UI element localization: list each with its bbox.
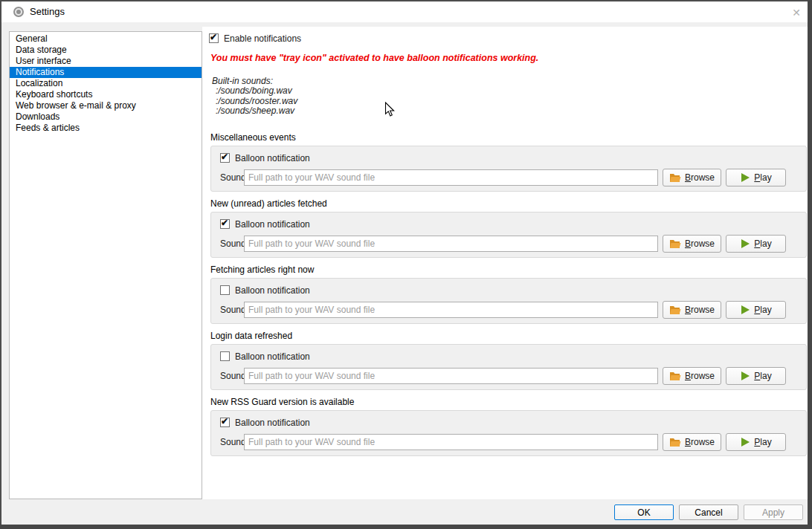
play-icon <box>740 172 750 183</box>
builtin-sounds-heading: Built-in sounds: <box>212 77 297 86</box>
window-border-left <box>0 0 1 529</box>
apply-button[interactable]: Apply <box>744 504 803 520</box>
play-button[interactable]: Play <box>726 169 786 186</box>
sound-path-input[interactable] <box>244 236 658 252</box>
sidebar-item-keyboard-shortcuts[interactable]: Keyboard shortcuts <box>10 89 202 100</box>
notification-section: Balloon notification Sound Browse Play <box>210 278 807 324</box>
sound-label: Sound <box>220 172 246 183</box>
sound-path-input[interactable] <box>244 434 658 450</box>
balloon-notification-label: Balloon notification <box>235 153 310 163</box>
builtin-sound-path: :/sounds/boing.wav <box>212 86 297 96</box>
sound-path-input[interactable] <box>244 302 658 318</box>
sound-label: Sound <box>220 437 246 447</box>
window-border-right <box>808 0 812 529</box>
sidebar-item-general[interactable]: General <box>10 33 202 45</box>
balloon-notification-checkbox[interactable] <box>220 418 230 427</box>
section-title-login-data-refreshed: Login data refreshed <box>210 331 292 341</box>
play-icon <box>740 437 750 447</box>
notification-section: Balloon notification Sound Browse Play <box>210 344 807 390</box>
sound-path-input[interactable] <box>244 368 658 384</box>
sidebar-item-downloads[interactable]: Downloads <box>10 111 202 123</box>
browse-button-label: Browse <box>685 437 715 447</box>
browse-button-label: Browse <box>685 238 715 249</box>
sidebar-item-data-storage[interactable]: Data storage <box>10 45 202 56</box>
builtin-sound-path: :/sounds/rooster.wav <box>212 97 297 106</box>
browse-button[interactable]: Browse <box>663 301 721 319</box>
sound-label: Sound <box>220 238 246 249</box>
section-title-miscellaneous-events: Miscellaneous events <box>210 132 296 143</box>
settings-category-list: General Data storage User interface Noti… <box>9 31 202 499</box>
balloon-notification-checkbox[interactable] <box>220 219 230 229</box>
folder-icon <box>669 173 681 183</box>
balloon-notification-checkbox[interactable] <box>220 351 230 361</box>
sidebar-item-web-browser-proxy[interactable]: Web browser & e-mail & proxy <box>10 100 202 111</box>
builtin-sound-path: :/sounds/sheep.wav <box>212 106 297 116</box>
close-icon[interactable]: ✕ <box>787 4 806 21</box>
balloon-notification-checkbox[interactable] <box>220 153 230 163</box>
play-icon <box>740 305 750 315</box>
sidebar-item-notifications[interactable]: Notifications <box>10 67 202 78</box>
play-button[interactable]: Play <box>726 367 786 385</box>
window-title: Settings <box>30 6 65 17</box>
balloon-notification-label: Balloon notification <box>235 351 310 362</box>
sidebar-item-feeds-articles[interactable]: Feeds & articles <box>10 123 202 134</box>
mouse-cursor <box>384 102 396 117</box>
play-button-label: Play <box>754 437 771 447</box>
titlebar: Settings ✕ <box>1 1 808 22</box>
cancel-button[interactable]: Cancel <box>679 504 738 520</box>
sidebar-item-localization[interactable]: Localization <box>10 78 202 89</box>
play-icon <box>740 238 750 249</box>
notification-section: Balloon notification Sound Browse Play <box>210 212 807 258</box>
play-button-label: Play <box>754 371 771 381</box>
play-button-label: Play <box>754 172 771 183</box>
play-button[interactable]: Play <box>726 433 786 451</box>
notification-section: Balloon notification Sound Browse Play <box>210 146 807 192</box>
sidebar-item-user-interface[interactable]: User interface <box>10 56 202 67</box>
tray-icon-warning-text: You must have "tray icon" activated to h… <box>210 53 538 63</box>
browse-button-label: Browse <box>685 371 715 381</box>
folder-icon <box>669 305 681 315</box>
balloon-notification-label: Balloon notification <box>235 219 310 230</box>
play-button-label: Play <box>754 305 771 315</box>
sound-label: Sound <box>220 305 246 315</box>
enable-notifications-checkbox[interactable] <box>209 33 219 43</box>
settings-app-icon <box>13 7 24 17</box>
settings-dialog: Settings ✕ General Data storage User int… <box>0 0 812 529</box>
notification-section: Balloon notification Sound Browse Play <box>210 410 807 456</box>
browse-button[interactable]: Browse <box>663 433 721 451</box>
section-title-new-articles-fetched: New (unread) articles fetched <box>210 198 327 209</box>
enable-notifications-label: Enable notifications <box>224 33 301 44</box>
browse-button-label: Browse <box>685 305 715 315</box>
browse-button[interactable]: Browse <box>663 169 721 186</box>
builtin-sounds-block: Built-in sounds: :/sounds/boing.wav :/so… <box>212 77 297 116</box>
sound-label: Sound <box>220 371 246 381</box>
section-title-new-version-available: New RSS Guard version is available <box>210 397 354 407</box>
play-icon <box>740 371 750 381</box>
folder-icon <box>669 239 681 249</box>
browse-button-label: Browse <box>685 172 715 183</box>
ok-button[interactable]: OK <box>614 504 674 520</box>
sound-path-input[interactable] <box>244 169 658 186</box>
browse-button[interactable]: Browse <box>663 367 721 385</box>
balloon-notification-label: Balloon notification <box>235 418 310 428</box>
balloon-notification-label: Balloon notification <box>235 285 310 296</box>
balloon-notification-checkbox[interactable] <box>220 285 230 295</box>
window-border-bottom <box>0 525 812 529</box>
folder-icon <box>669 438 681 447</box>
section-title-fetching-articles: Fetching articles right now <box>210 264 314 275</box>
browse-button[interactable]: Browse <box>663 235 721 253</box>
folder-icon <box>669 371 681 381</box>
play-button-label: Play <box>754 238 771 249</box>
play-button[interactable]: Play <box>726 301 786 319</box>
window-border-top <box>0 0 812 1</box>
play-button[interactable]: Play <box>726 235 786 253</box>
